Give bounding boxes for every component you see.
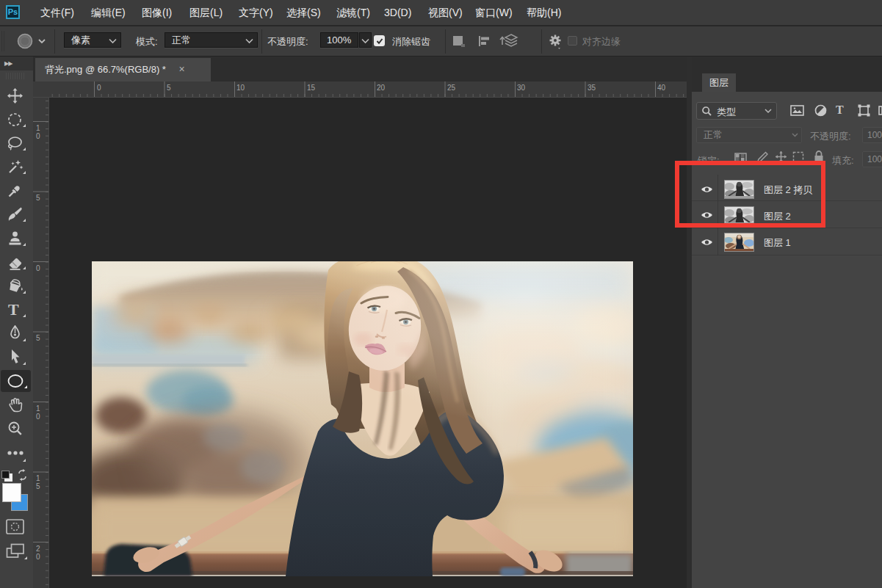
- svg-text:1: 1: [36, 404, 40, 413]
- svg-text:20: 20: [377, 84, 386, 92]
- svg-text:0: 0: [36, 264, 40, 272]
- svg-text:0: 0: [36, 413, 40, 421]
- svg-text:10: 10: [236, 84, 245, 92]
- svg-text:25: 25: [447, 84, 456, 92]
- svg-text:15: 15: [307, 84, 316, 92]
- svg-text:0: 0: [97, 84, 101, 92]
- svg-text:35: 35: [588, 84, 596, 92]
- svg-text:5: 5: [167, 84, 171, 92]
- svg-text:5: 5: [36, 482, 40, 490]
- svg-text:1: 1: [36, 474, 40, 482]
- svg-text:1: 1: [36, 124, 40, 132]
- svg-text:2: 2: [36, 545, 40, 553]
- svg-text:5: 5: [36, 334, 40, 342]
- svg-text:5: 5: [36, 194, 40, 202]
- svg-text:0: 0: [36, 132, 40, 140]
- svg-text:0: 0: [36, 553, 40, 561]
- svg-text:30: 30: [517, 84, 526, 92]
- svg-text:40: 40: [657, 84, 666, 92]
